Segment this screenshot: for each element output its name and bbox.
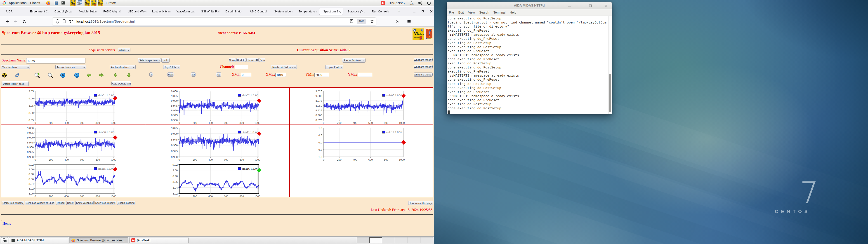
arrange-functions-dropdown[interactable]: Arrange functions⌄ [55, 65, 86, 69]
scroll-down-icon[interactable] [60, 72, 66, 78]
browser-tab-1[interactable]: AIDA [2, 8, 26, 15]
terminal-menu-terminal[interactable]: Terminal [493, 11, 505, 14]
window-restore-button[interactable] [420, 8, 426, 14]
zero-button[interactable]: Zero [259, 58, 266, 62]
midas-window-icon[interactable]: M idas powered by [85, 0, 90, 6]
browser-tab-11[interactable]: ASIC Control [246, 8, 270, 15]
what-are-these-button[interactable]: What are these? [414, 65, 433, 69]
volume-muted-icon[interactable] [418, 0, 423, 5]
zoom-in-icon[interactable] [34, 72, 39, 78]
midas-window-icon[interactable]: M idas powered by [70, 0, 76, 6]
browser-tab-6[interactable]: LED and Wave [124, 8, 148, 15]
acquisition-server-select[interactable]: aida05⌄ [118, 48, 130, 52]
spectrum-plot-aida06[interactable]: 9.0509.0259.0008.9758.9508.9258.90002004… [1, 124, 145, 161]
spectrum-plot-aida16[interactable]: 9.029.008.988.968.948.920200400600800100… [145, 161, 290, 197]
firefox-launcher-icon[interactable] [46, 0, 51, 5]
midas-window-icon[interactable]: M idas powered by [91, 0, 96, 6]
pan-right-icon[interactable] [98, 72, 104, 78]
url-bar[interactable]: localhost:8015/Spectrum/Spectrum.tml 80% [52, 18, 376, 25]
browser-tab-8[interactable]: Waveform cap [173, 8, 197, 15]
what-are-these-button[interactable]: What are these? [414, 72, 433, 77]
window-close-button[interactable] [429, 8, 434, 14]
reset-button[interactable]: Reset [66, 201, 74, 205]
tags-fits-dropdown[interactable]: Tags & Fits⌄ [163, 65, 180, 69]
url-text[interactable]: localhost:8015/Spectrum/Spectrum.tml [76, 20, 347, 23]
anydesk-tray-icon[interactable] [381, 1, 385, 5]
spectrum-plot-aida05[interactable]: 9.0259.0008.9758.9508.9258.9008.87502004… [290, 88, 433, 124]
permissions-icon[interactable] [69, 19, 73, 24]
midas-window-icon[interactable]: M idas powered by [98, 0, 103, 6]
layout-id-dropdown[interactable]: Layout ID=7⌄ [325, 65, 343, 69]
empty-log-window-button[interactable]: Empty Log Window [2, 201, 24, 205]
spectrum-plot-aida11[interactable]: 9.0259.0008.9758.9508.9258.9000200400600… [145, 124, 290, 161]
ymax-input[interactable]: 9 [358, 73, 372, 77]
files-launcher-icon[interactable] [54, 0, 59, 5]
tracking-shield-icon[interactable] [55, 19, 60, 24]
workspace-4[interactable] [395, 237, 408, 243]
workspace-5[interactable] [408, 237, 421, 243]
reload-button[interactable] [22, 19, 27, 24]
terminal-launcher-icon[interactable] [61, 0, 66, 5]
workspace-3[interactable] [382, 237, 395, 243]
what-are-these-button[interactable]: What are these? [414, 58, 433, 62]
browser-tab-5[interactable]: FADC Align & [99, 8, 123, 15]
workspace-2[interactable] [369, 237, 382, 243]
terminal-menu-search[interactable]: Search [479, 11, 489, 14]
back-button[interactable] [5, 19, 10, 24]
how-to-use-button[interactable]: How to use this page [408, 201, 433, 205]
show-desktop-button[interactable] [1, 237, 8, 243]
browser-tab-16[interactable]: Run Control ( [368, 8, 392, 15]
show-variables-button[interactable]: Show Variables [75, 201, 94, 205]
power-icon[interactable] [426, 0, 431, 5]
update-rate-dropdown[interactable]: Update Rate (4 secs)⌄ [2, 81, 29, 86]
terminal-menu-help[interactable]: Help [510, 11, 516, 14]
zoom-out-icon[interactable] [48, 72, 53, 78]
terminal-menu-view[interactable]: View [468, 11, 475, 14]
terminal-close-icon[interactable] [602, 2, 610, 9]
spectrum-plot-aida01[interactable]: 9.059.008.958.908.8502004006008001000aid… [1, 88, 145, 124]
terminal-scrollbar-thumb[interactable] [609, 74, 611, 112]
pan-left-icon[interactable] [86, 72, 92, 78]
number-of-galleries-dropdown[interactable]: Number of Galleries⌄ [271, 65, 297, 69]
terminal-title-bar[interactable]: AIDA MIDAS HTTPd [447, 2, 612, 9]
spectrum-plot-aida12[interactable]: 1.00.50.0-0.5-1.002004006008001000aida12… [290, 124, 433, 161]
terminal-menu-edit[interactable]: Edit [458, 11, 464, 14]
pan-up-icon[interactable] [113, 72, 119, 78]
xmin-input[interactable]: 0 [241, 73, 251, 77]
clear-radiation-icon[interactable] [2, 72, 7, 78]
workspace-1[interactable] [357, 237, 370, 243]
browser-tab-7[interactable]: Lost activity m [148, 8, 172, 15]
browser-tab-12[interactable]: System wide s [270, 8, 294, 15]
browser-tab-3[interactable]: Control @ car [51, 8, 74, 15]
tcl-powered-logo[interactable]: TCL POWERED [426, 29, 433, 41]
taskbar-button-2[interactable]: Spectrum Browser @ carme-gsi — ... [69, 237, 128, 243]
screenshot-tool-icon[interactable] [77, 0, 82, 6]
network-unknown-icon[interactable]: ? [409, 0, 414, 5]
browser-tab-2[interactable]: Experiment Co [26, 8, 50, 15]
spectrum-plot-aida15[interactable]: 9.029.008.988.968.948.928.90020040060080… [1, 161, 145, 197]
new-tab-button[interactable]: + [397, 9, 401, 14]
places-menu[interactable]: Places [29, 0, 42, 6]
update-all-button[interactable]: Update All [246, 58, 258, 62]
pan-down-icon[interactable] [126, 72, 132, 78]
multi-button[interactable]: multi [161, 58, 169, 63]
channel-input[interactable] [235, 65, 248, 69]
focused-app-name[interactable]: Firefox [106, 1, 116, 5]
workspace-6[interactable] [420, 237, 433, 243]
spectrum-name-input[interactable]: 1.8.W [26, 58, 86, 63]
reader-mode-icon[interactable] [350, 19, 354, 24]
midas-logo[interactable]: M idas powered by T C L [412, 28, 424, 41]
browser-tab-13[interactable]: Temperature s [295, 8, 319, 15]
analysis-functions-dropdown[interactable]: Analysis functions⌄ [110, 65, 135, 69]
terminal-menu-file[interactable]: File [449, 11, 454, 14]
taskbar-button-3[interactable]: [AnyDesk] [129, 237, 188, 243]
page-info-icon[interactable] [62, 19, 67, 24]
browser-tab-10[interactable]: Discriminator [221, 8, 246, 15]
show-button[interactable]: Show [229, 58, 236, 62]
home-link[interactable]: Home [2, 221, 11, 225]
terminal-minimize-icon[interactable] [565, 2, 573, 9]
send-log-window-to-elog-button[interactable]: Send Log Window to ELog [25, 201, 55, 205]
tab-close-icon[interactable] [338, 10, 342, 13]
window-minimize-button[interactable] [412, 8, 417, 14]
terminal-scrollbar[interactable] [609, 16, 612, 114]
